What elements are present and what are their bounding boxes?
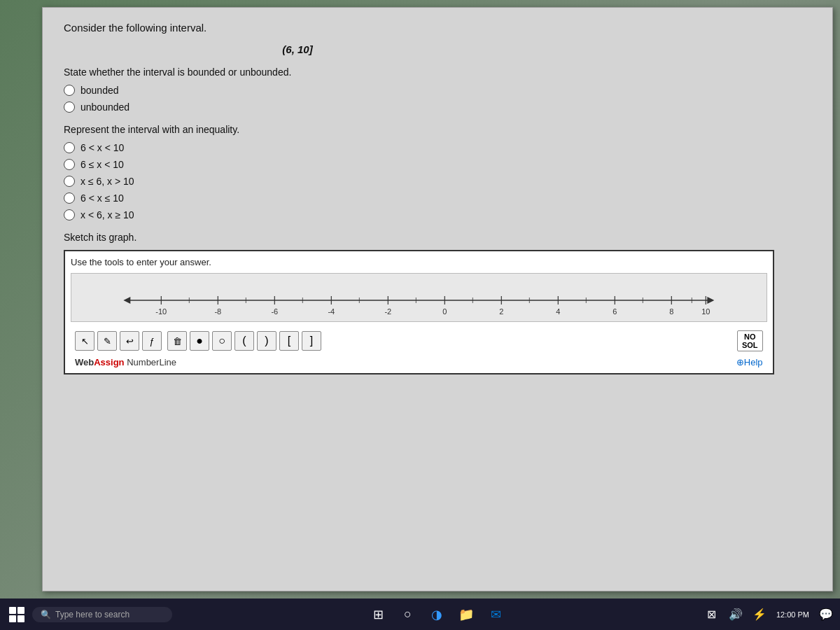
cortana-icon[interactable]: ○ (396, 603, 419, 626)
undo-tool[interactable]: ↩ (120, 331, 139, 351)
inequality-group: 6 < x < 10 6 ≤ x < 10 x ≤ 6, x > 10 6 < … (64, 142, 811, 220)
curve-tool[interactable]: ƒ (142, 331, 162, 351)
edge-icon[interactable]: ◑ (425, 603, 449, 626)
right-bracket-tool[interactable]: ] (302, 331, 321, 351)
svg-text:-6: -6 (271, 307, 278, 316)
content-area: Consider the following interval. (6, 10]… (43, 8, 832, 591)
svg-text:8: 8 (669, 307, 673, 316)
sketch-label: Sketch its graph. (64, 232, 811, 243)
svg-text:6: 6 (612, 307, 617, 316)
consider-label: Consider the following interval. (64, 22, 811, 34)
inequality-label-4: 6 < x ≤ 10 (80, 192, 124, 204)
left-bracket-tool[interactable]: [ (279, 331, 299, 351)
tools-row: ↖ ✎ ↩ ƒ 🗑 ● ○ ( ) [ ] NOSOL (71, 328, 767, 354)
unbounded-radio[interactable] (64, 102, 75, 113)
unbounded-option[interactable]: unbounded (64, 102, 811, 113)
task-view-icon[interactable]: ⊞ (366, 603, 390, 626)
taskbar-search-box[interactable]: 🔍 Type here to search (32, 607, 172, 622)
svg-text:4: 4 (556, 307, 560, 316)
taskbar-system-icons: ⊠ 🔊 ⚡ 12:00 PM 💬 (702, 605, 836, 624)
graph-container: Use the tools to enter your answer. -10 … (64, 250, 774, 374)
sound-icon[interactable]: 🔊 (726, 605, 746, 624)
interval-display: (6, 10] (43, 43, 811, 55)
file-explorer-icon[interactable]: 📁 (454, 603, 478, 626)
network-icon[interactable]: ⊠ (702, 605, 722, 624)
battery-icon[interactable]: ⚡ (750, 605, 769, 624)
inequality-label-5: x < 6, x ≥ 10 (80, 209, 134, 220)
webassign-logo: WebAssign NumberLine (75, 357, 176, 368)
inequality-label-2: 6 ≤ x < 10 (80, 159, 124, 170)
interval-value: (6, 10] (282, 43, 312, 55)
inequality-option-1[interactable]: 6 < x < 10 (64, 142, 811, 153)
left-paren-tool[interactable]: ( (234, 331, 254, 351)
help-link[interactable]: ⊕Help (736, 357, 763, 368)
svg-text:10: 10 (701, 307, 710, 316)
svg-text:2: 2 (499, 307, 503, 316)
taskbar: 🔍 Type here to search ⊞ ○ ◑ 📁 ✉ ⊠ 🔊 ⚡ 12… (0, 598, 840, 630)
svg-marker-2 (707, 297, 714, 304)
inequality-label-3: x ≤ 6, x > 10 (80, 176, 134, 187)
clock-icon[interactable]: 12:00 PM (774, 605, 812, 624)
state-label: State whether the interval is bounded or… (64, 66, 811, 78)
inequality-radio-4[interactable] (64, 192, 75, 204)
taskbar-center: ⊞ ○ ◑ 📁 ✉ (175, 603, 699, 626)
bounded-group: bounded unbounded (64, 85, 811, 113)
bounded-label: bounded (80, 85, 119, 96)
delete-tool[interactable]: 🗑 (167, 331, 187, 351)
inequality-option-3[interactable]: x ≤ 6, x > 10 (64, 176, 811, 187)
svg-text:-8: -8 (214, 307, 221, 316)
inequality-label-1: 6 < x < 10 (80, 142, 124, 153)
inequality-option-5[interactable]: x < 6, x ≥ 10 (64, 209, 811, 220)
assign-text: Assign (94, 357, 124, 368)
web-text: Web (75, 357, 94, 368)
filled-circle-tool[interactable]: ● (190, 331, 209, 351)
svg-text:0: 0 (442, 307, 447, 316)
mail-icon[interactable]: ✉ (484, 603, 507, 626)
webassign-footer: WebAssign NumberLine ⊕Help (71, 354, 767, 368)
windows-icon (9, 607, 24, 622)
numberline-text: NumberLine (127, 357, 176, 368)
svg-marker-1 (123, 297, 130, 304)
number-line-area[interactable]: -10 -8 -6 -4 -2 0 (71, 273, 767, 322)
inequality-radio-3[interactable] (64, 176, 75, 187)
main-window: Consider the following interval. (6, 10]… (42, 7, 833, 592)
represent-label: Represent the interval with an inequalit… (64, 124, 811, 135)
open-circle-tool[interactable]: ○ (212, 331, 232, 351)
inequality-radio-5[interactable] (64, 209, 75, 220)
bounded-radio[interactable] (64, 85, 75, 96)
unbounded-label: unbounded (80, 102, 130, 113)
svg-text:-2: -2 (384, 307, 391, 316)
search-icon: 🔍 (41, 610, 51, 620)
right-paren-tool[interactable]: ) (257, 331, 276, 351)
tools-left: ↖ ✎ ↩ ƒ 🗑 ● ○ ( ) [ ] (75, 331, 321, 351)
notification-icon[interactable]: 💬 (816, 605, 836, 624)
no-solution-button[interactable]: NOSOL (737, 330, 763, 351)
inequality-radio-1[interactable] (64, 142, 75, 153)
inequality-radio-2[interactable] (64, 159, 75, 170)
number-line-svg[interactable]: -10 -8 -6 -4 -2 0 (71, 281, 766, 322)
arrow-tool[interactable]: ↖ (75, 331, 94, 351)
svg-text:-10: -10 (155, 307, 167, 316)
pencil-tool[interactable]: ✎ (97, 331, 117, 351)
search-placeholder: Type here to search (55, 610, 130, 620)
bounded-option[interactable]: bounded (64, 85, 811, 96)
svg-text:-4: -4 (328, 307, 335, 316)
clock-time: 12:00 PM (776, 610, 809, 619)
inequality-option-2[interactable]: 6 ≤ x < 10 (64, 159, 811, 170)
graph-tools-label: Use the tools to enter your answer. (71, 257, 767, 267)
start-button[interactable] (4, 602, 29, 627)
inequality-option-4[interactable]: 6 < x ≤ 10 (64, 192, 811, 204)
